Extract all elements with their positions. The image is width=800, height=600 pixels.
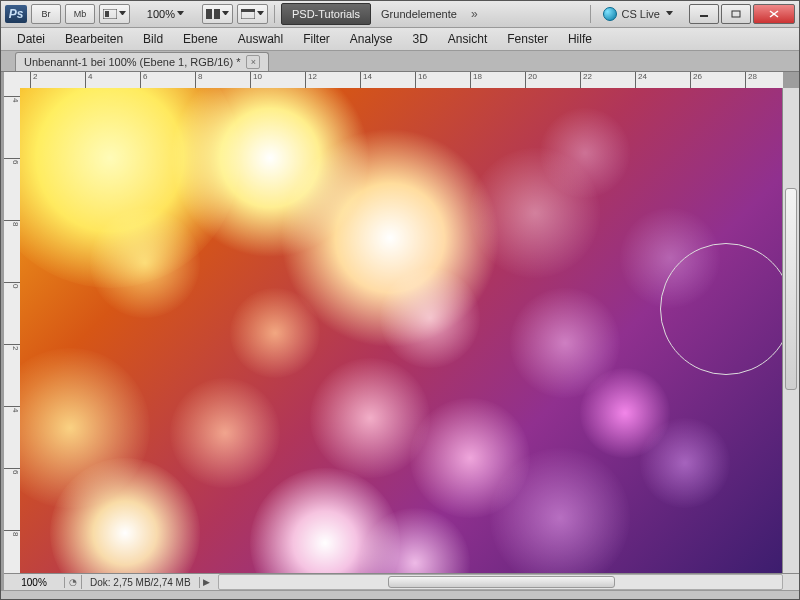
- menu-fenster[interactable]: Fenster: [497, 32, 558, 46]
- menu-bild[interactable]: Bild: [133, 32, 173, 46]
- svg-rect-3: [214, 9, 220, 19]
- scrollbar-thumb[interactable]: [785, 188, 797, 390]
- cslive-button[interactable]: CS Live: [597, 7, 679, 21]
- svg-rect-7: [732, 11, 740, 17]
- ruler-horizontal[interactable]: 246810121416182022242628: [20, 72, 783, 89]
- separator: [590, 5, 591, 23]
- document-tab-title: Unbenannt-1 bei 100% (Ebene 1, RGB/16) *: [24, 56, 240, 68]
- ruler-vertical[interactable]: 46802468: [4, 88, 21, 574]
- layout-button[interactable]: [99, 4, 130, 24]
- arrange-button[interactable]: [202, 4, 233, 24]
- work-area: 246810121416182022242628 46802468: [1, 72, 799, 590]
- screenmode-button[interactable]: [237, 4, 268, 24]
- minimize-button[interactable]: [689, 4, 719, 24]
- brush-cursor-icon: [660, 243, 783, 375]
- menu-auswahl[interactable]: Auswahl: [228, 32, 293, 46]
- close-button[interactable]: [753, 4, 795, 24]
- status-timer-icon[interactable]: ◔: [65, 575, 82, 589]
- window-controls: [689, 4, 795, 24]
- menu-3d[interactable]: 3D: [403, 32, 438, 46]
- status-menu-arrow-icon[interactable]: ▶: [200, 577, 214, 587]
- svg-rect-2: [206, 9, 212, 19]
- document-tab[interactable]: Unbenannt-1 bei 100% (Ebene 1, RGB/16) *…: [15, 52, 269, 71]
- status-bar: 100% ◔ Dok: 2,75 MB/2,74 MB ▶: [4, 573, 799, 590]
- menu-datei[interactable]: Datei: [7, 32, 55, 46]
- canvas-image: [20, 88, 783, 574]
- svg-rect-6: [700, 15, 708, 17]
- workspace-more-icon[interactable]: »: [467, 7, 482, 21]
- status-zoom[interactable]: 100%: [4, 577, 65, 588]
- menu-analyse[interactable]: Analyse: [340, 32, 403, 46]
- scrollbar-thumb[interactable]: [388, 576, 615, 588]
- menu-bearbeiten[interactable]: Bearbeiten: [55, 32, 133, 46]
- workspace-active-button[interactable]: PSD-Tutorials: [281, 3, 371, 25]
- menu-bar: Datei Bearbeiten Bild Ebene Auswahl Filt…: [1, 28, 799, 51]
- bridge-button[interactable]: Br: [31, 4, 61, 24]
- canvas[interactable]: [20, 88, 783, 574]
- menu-ebene[interactable]: Ebene: [173, 32, 228, 46]
- maximize-button[interactable]: [721, 4, 751, 24]
- document-tab-bar: Unbenannt-1 bei 100% (Ebene 1, RGB/16) *…: [1, 51, 799, 72]
- tab-close-icon[interactable]: ×: [246, 55, 260, 69]
- svg-rect-5: [241, 9, 255, 12]
- horizontal-scrollbar[interactable]: [218, 574, 783, 590]
- zoom-field[interactable]: 100%: [134, 5, 186, 23]
- svg-rect-1: [105, 11, 109, 17]
- menu-hilfe[interactable]: Hilfe: [558, 32, 602, 46]
- separator: [274, 5, 275, 23]
- vertical-scrollbar[interactable]: [782, 88, 799, 574]
- cslive-icon: [603, 7, 617, 21]
- status-docsize[interactable]: Dok: 2,75 MB/2,74 MB: [82, 577, 200, 588]
- ruler-origin[interactable]: [4, 72, 21, 89]
- workspace-other-label[interactable]: Grundelemente: [375, 8, 463, 20]
- app-logo: Ps: [5, 5, 27, 23]
- menu-ansicht[interactable]: Ansicht: [438, 32, 497, 46]
- app-window: Ps Br Mb 100% PSD-Tutorials Grundelement…: [0, 0, 800, 600]
- title-bar: Ps Br Mb 100% PSD-Tutorials Grundelement…: [1, 1, 799, 28]
- minibridge-button[interactable]: Mb: [65, 4, 95, 24]
- menu-filter[interactable]: Filter: [293, 32, 340, 46]
- window-resize-edge[interactable]: [1, 590, 799, 599]
